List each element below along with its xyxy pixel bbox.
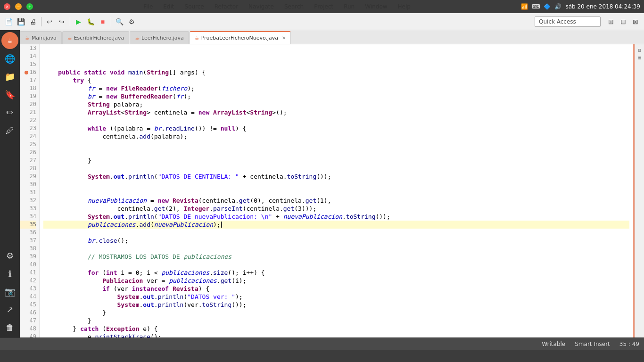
code-line-16: public static void main(String[] args) { bbox=[43, 68, 629, 76]
tabs-bar: ☕ Main.java ☕ EscribirFichero.java ☕ Lee… bbox=[20, 30, 644, 44]
code-line-15 bbox=[43, 60, 629, 68]
print-btn[interactable]: 🖨 bbox=[27, 16, 39, 27]
perspective-btn[interactable]: ⊞ bbox=[605, 16, 617, 27]
code-line-24: centinela.add(palabra); bbox=[43, 132, 629, 140]
line-num-25: 25 bbox=[20, 140, 36, 148]
code-line-47: } bbox=[43, 317, 629, 325]
menu-edit[interactable]: Edit bbox=[159, 2, 178, 11]
line-num-23: 23 bbox=[20, 124, 36, 132]
toolbar-sep-3 bbox=[111, 17, 111, 26]
redo-btn[interactable]: ↪ bbox=[56, 16, 67, 27]
menu-project[interactable]: Project bbox=[310, 2, 337, 11]
sidebar-item-info[interactable]: ℹ bbox=[1, 265, 18, 282]
line-num-31: 31 bbox=[20, 189, 36, 197]
status-position: 35 : 49 bbox=[619, 341, 639, 347]
sidebar-item-bookmarks[interactable]: 🔖 bbox=[1, 86, 18, 103]
main-layout: ☕ 🌐 📁 🔖 ✏ 🖊 ⚙ ℹ 📷 ↗ 🗑 ☕ Main.java ☕ Escr… bbox=[0, 30, 644, 337]
left-sidebar: ☕ 🌐 📁 🔖 ✏ 🖊 ⚙ ℹ 📷 ↗ 🗑 bbox=[0, 30, 20, 337]
tab-main-java-label: Main.java bbox=[32, 35, 57, 41]
quick-access-label: Quick Access bbox=[539, 18, 576, 25]
tab-leer-fichero[interactable]: ☕ LeerFichero.java bbox=[130, 31, 189, 44]
line-num-14: 14 bbox=[20, 52, 36, 60]
code-line-48: } catch (Exception e) { bbox=[43, 325, 629, 333]
breakpoint-marker[interactable] bbox=[25, 71, 28, 74]
right-border-line bbox=[633, 44, 635, 337]
code-line-23: while ((palabra = br.readLine()) != null… bbox=[43, 124, 629, 132]
code-line-36 bbox=[43, 229, 629, 237]
settings-btn[interactable]: ⚙ bbox=[126, 16, 137, 27]
search-tb-btn[interactable]: 🔍 bbox=[114, 16, 125, 27]
sidebar-item-java[interactable]: ☕ bbox=[1, 32, 18, 49]
code-line-43: if (ver instanceof Revista) { bbox=[43, 285, 629, 293]
line-num-22: 22 bbox=[20, 116, 36, 124]
code-line-20: String palabra; bbox=[43, 100, 629, 108]
collapse-btn[interactable]: ⊟ bbox=[636, 46, 644, 54]
code-line-17: try { bbox=[43, 76, 629, 84]
win-close-btn[interactable]: ✕ bbox=[4, 3, 10, 10]
tab-prueba-close[interactable]: ✕ bbox=[282, 35, 286, 41]
sidebar-item-share[interactable]: ↗ bbox=[1, 301, 18, 318]
code-line-29: System.out.println("DATOS DE CENTINELA: … bbox=[43, 173, 629, 181]
run-btn[interactable]: ▶ bbox=[73, 16, 84, 27]
code-line-39: // MOSTRAMOS LOS DATOS DE publicaciones bbox=[43, 253, 629, 261]
win-min-btn[interactable]: − bbox=[15, 3, 22, 10]
tab-main-java-icon: ☕ bbox=[25, 35, 30, 41]
quick-access-input[interactable]: Quick Access bbox=[535, 16, 601, 27]
menu-window[interactable]: Window bbox=[361, 2, 391, 11]
perspective2-btn[interactable]: ⊟ bbox=[618, 16, 629, 27]
sidebar-item-camera[interactable]: 📷 bbox=[1, 283, 18, 300]
perspective3-btn[interactable]: ⊠ bbox=[630, 16, 641, 27]
tab-escribir-fichero[interactable]: ☕ EscribirFichero.java bbox=[62, 31, 129, 44]
tab-prueba-leer[interactable]: ☕ PruebaLeerFicheroNuevo.java ✕ bbox=[190, 31, 291, 44]
line-num-20: 20 bbox=[20, 100, 36, 108]
code-line-33: centinela.get(2), Integer.parseInt(centi… bbox=[43, 205, 629, 213]
line-num-44: 44 bbox=[20, 293, 36, 301]
undo-btn[interactable]: ↩ bbox=[44, 16, 55, 27]
sidebar-item-files[interactable]: 📁 bbox=[1, 68, 18, 85]
menu-run[interactable]: Run bbox=[340, 2, 358, 11]
line-num-19: 19 bbox=[20, 92, 36, 100]
debug-btn[interactable]: 🐛 bbox=[85, 16, 96, 27]
tab-escribir-icon: ☕ bbox=[67, 35, 72, 41]
menu-search[interactable]: Search bbox=[281, 2, 307, 11]
expand-btn[interactable]: ⊞ bbox=[636, 54, 644, 61]
new-btn[interactable]: 📄 bbox=[3, 16, 14, 27]
line-num-35: 35 bbox=[20, 221, 36, 229]
win-max-btn[interactable]: + bbox=[26, 3, 33, 10]
line-numbers: 13 14 15 16 17 18 19 20 21 22 23 24 25 2… bbox=[20, 44, 40, 337]
volume-icon: 🔊 bbox=[554, 3, 561, 10]
code-line-37: br.close(); bbox=[43, 237, 629, 245]
menu-file[interactable]: File bbox=[140, 2, 157, 11]
status-writable: Writable bbox=[542, 341, 565, 347]
code-line-31 bbox=[43, 189, 629, 197]
menu-source[interactable]: Source bbox=[181, 2, 208, 11]
code-line-30 bbox=[43, 181, 629, 189]
tab-main-java[interactable]: ☕ Main.java bbox=[20, 31, 62, 44]
code-content[interactable]: public static void main(String[] args) {… bbox=[40, 44, 633, 337]
line-num-26: 26 bbox=[20, 148, 36, 156]
code-line-38 bbox=[43, 245, 629, 253]
sidebar-item-browser[interactable]: 🌐 bbox=[1, 50, 18, 67]
line-num-27: 27 bbox=[20, 156, 36, 165]
menu-refactor[interactable]: Refactor bbox=[211, 2, 242, 11]
toolbar-sep-2 bbox=[70, 17, 70, 26]
sidebar-item-edit[interactable]: ✏ bbox=[1, 104, 18, 121]
wifi-icon: 📶 bbox=[521, 3, 528, 10]
sidebar-item-settings[interactable]: ⚙ bbox=[1, 247, 18, 264]
datetime: sáb 20 ene 2018 04:24:39 bbox=[565, 3, 640, 10]
save-btn[interactable]: 💾 bbox=[15, 16, 26, 27]
sidebar-item-trash[interactable]: 🗑 bbox=[1, 319, 18, 336]
code-line-32: nuevaPublicacion = new Revista(centinela… bbox=[43, 197, 629, 205]
line-num-28: 28 bbox=[20, 165, 36, 173]
line-num-43: 43 bbox=[20, 285, 36, 293]
line-num-45: 45 bbox=[20, 301, 36, 309]
line-num-17: 17 bbox=[20, 76, 36, 84]
menu-navigate[interactable]: Navigate bbox=[245, 2, 278, 11]
stop-btn[interactable]: ■ bbox=[97, 16, 108, 27]
menu-help[interactable]: Help bbox=[394, 2, 414, 11]
sidebar-item-pen[interactable]: 🖊 bbox=[1, 122, 18, 139]
line-num-40: 40 bbox=[20, 261, 36, 269]
code-line-14 bbox=[43, 52, 629, 60]
code-line-49: e.printStackTrace(); bbox=[43, 333, 629, 337]
line-num-38: 38 bbox=[20, 245, 36, 253]
